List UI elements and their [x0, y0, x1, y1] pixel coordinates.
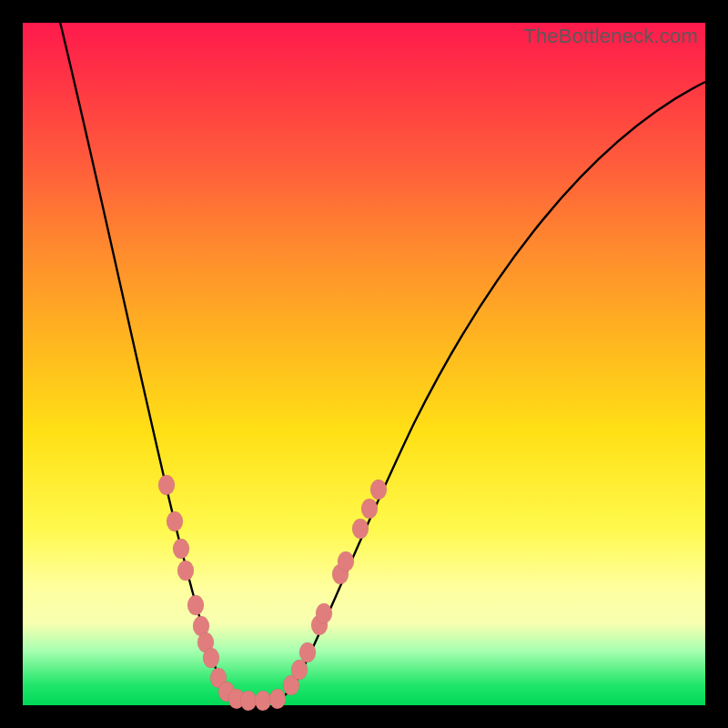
data-marker [299, 642, 316, 662]
data-marker [269, 689, 286, 709]
data-marker [370, 480, 387, 500]
data-marker [338, 551, 354, 571]
right-curve [268, 82, 705, 701]
data-marker [203, 648, 219, 668]
data-marker [173, 539, 189, 559]
data-marker [255, 691, 271, 711]
data-marker [352, 519, 369, 539]
data-marker [187, 595, 204, 615]
chart-svg [23, 23, 705, 705]
data-marker [316, 603, 332, 623]
data-marker [158, 475, 175, 495]
data-marker [291, 660, 308, 680]
watermark-text: TheBottleneck.com [523, 25, 698, 48]
data-marker [240, 691, 257, 711]
chart-frame: TheBottleneck.com [23, 23, 705, 705]
data-marker [177, 561, 194, 581]
data-marker [167, 511, 183, 531]
left-curve [59, 18, 246, 701]
data-marker [361, 499, 378, 519]
